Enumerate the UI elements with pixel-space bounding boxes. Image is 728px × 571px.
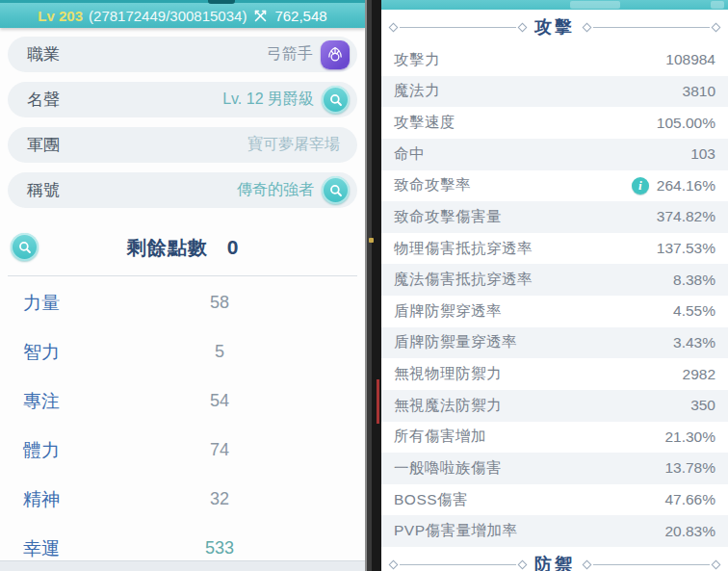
attack-section-title: 攻擊 bbox=[534, 15, 575, 39]
section-header-attack: 攻擊 bbox=[381, 10, 728, 44]
diamond-ornament bbox=[389, 559, 399, 569]
stat-row: 專注 54 bbox=[0, 386, 365, 416]
remaining-points-value: 0 bbox=[227, 236, 239, 259]
stat-value: 74 bbox=[210, 440, 229, 460]
attribute-value: 264.16% bbox=[657, 177, 715, 195]
attribute-value: 350 bbox=[690, 397, 715, 414]
info-row: 軍團 寶可夢屠宰場 bbox=[8, 127, 357, 163]
attribute-right: 21.30% bbox=[664, 428, 715, 446]
top-notch bbox=[208, 0, 235, 4]
attribute-row: 一般嚕啦族傷害 13.78% bbox=[381, 453, 728, 484]
attribute-label: 致命攻擊傷害量 bbox=[394, 207, 502, 227]
attribute-label: 物理傷害抵抗穿透率 bbox=[394, 239, 533, 259]
level-label: Lv 203 bbox=[38, 8, 83, 24]
info-row: 職業 弓箭手 bbox=[8, 37, 357, 72]
attribute-row: 所有傷害增加 21.30% bbox=[381, 422, 728, 454]
class-icon[interactable] bbox=[321, 40, 350, 69]
remaining-points-row: 剩餘點數 0 bbox=[0, 229, 365, 266]
attribute-label: 盾牌防禦量穿透率 bbox=[394, 332, 517, 352]
section-header-defense: 防禦 bbox=[381, 547, 728, 571]
attribute-value: 21.30% bbox=[664, 428, 715, 446]
attribute-right: 4.55% bbox=[673, 302, 715, 320]
gap-artifact-dot bbox=[369, 238, 374, 243]
attribute-right: 103 bbox=[690, 145, 715, 163]
attribute-right: 2982 bbox=[683, 366, 715, 383]
stat-label: 力量 bbox=[23, 291, 60, 316]
info-value: 傳奇的強者 bbox=[237, 180, 314, 200]
points-center: 剩餘點數 0 bbox=[0, 229, 365, 266]
attribute-value: 13.78% bbox=[664, 459, 715, 477]
magnifier-button[interactable] bbox=[322, 86, 350, 114]
magnifier-button[interactable] bbox=[322, 176, 350, 204]
attribute-label: 致命攻擊率 bbox=[394, 175, 471, 195]
stat-value: 54 bbox=[210, 391, 229, 411]
diamond-ornament bbox=[518, 559, 528, 569]
diamond-ornament bbox=[712, 559, 721, 569]
attribute-label: 魔法傷害抵抗穿透率 bbox=[394, 270, 533, 290]
defense-section-title: 防禦 bbox=[534, 553, 575, 571]
attribute-label: 盾牌防禦穿透率 bbox=[394, 301, 502, 322]
attribute-value: 374.82% bbox=[657, 208, 715, 225]
attribute-right: 137.53% bbox=[657, 240, 715, 257]
info-label: 職業 bbox=[27, 43, 60, 65]
character-stats-screen: Lv 203 (278172449/300815034) 762,548 職業 … bbox=[0, 0, 728, 571]
stats-list: 力量 58 智力 5 專注 54 體力 74 精神 32 幸運 533 bbox=[0, 276, 365, 563]
attribute-row: 魔法力 3810 bbox=[381, 76, 728, 108]
character-panel: Lv 203 (278172449/300815034) 762,548 職業 … bbox=[0, 0, 365, 571]
attribute-right: 105.00% bbox=[657, 115, 715, 132]
attribute-label: 一般嚕啦族傷害 bbox=[394, 458, 502, 479]
attribute-row: 攻擊速度 105.00% bbox=[381, 107, 728, 139]
attribute-label: 攻擊力 bbox=[394, 50, 440, 70]
attribute-row: 無視魔法防禦力 350 bbox=[381, 390, 728, 422]
attribute-row: 盾牌防禦穿透率 4.55% bbox=[381, 296, 728, 327]
attribute-list: 攻擊力 108984 魔法力 3810 攻擊速度 105.00% 命中 103 … bbox=[381, 44, 728, 547]
diamond-ornament bbox=[583, 559, 592, 569]
ornament-line bbox=[593, 564, 710, 565]
attribute-label: 無視魔法防禦力 bbox=[394, 396, 502, 416]
stat-value: 58 bbox=[210, 293, 229, 313]
attribute-right: i 264.16% bbox=[632, 177, 715, 195]
diamond-ornament bbox=[389, 22, 399, 32]
info-value: 寶可夢屠宰場 bbox=[247, 135, 350, 155]
ornament-line bbox=[400, 27, 516, 28]
top-bar-remnant bbox=[570, 1, 620, 9]
attribute-value: 47.66% bbox=[664, 491, 715, 508]
stat-label: 幸運 bbox=[23, 536, 60, 561]
stat-label: 智力 bbox=[23, 340, 60, 365]
attribute-label: 魔法力 bbox=[394, 81, 440, 101]
attribute-right: 350 bbox=[690, 397, 715, 414]
attribute-value: 108984 bbox=[665, 51, 715, 68]
attribute-right: 3810 bbox=[683, 83, 715, 100]
attribute-label: PVP傷害量增加率 bbox=[394, 521, 518, 541]
stat-label: 體力 bbox=[23, 438, 60, 463]
attribute-label: 所有傷害增加 bbox=[394, 427, 486, 447]
attribute-right: 20.83% bbox=[664, 523, 715, 540]
attribute-value: 105.00% bbox=[657, 115, 715, 132]
diamond-ornament bbox=[518, 22, 528, 32]
attribute-value: 20.83% bbox=[664, 523, 715, 540]
stat-label: 專注 bbox=[23, 389, 60, 414]
stat-row: 智力 5 bbox=[0, 337, 365, 367]
stat-label: 精神 bbox=[23, 487, 60, 512]
stat-row: 精神 32 bbox=[0, 484, 365, 514]
attribute-row: PVP傷害量增加率 20.83% bbox=[381, 515, 728, 547]
gap-artifact-red bbox=[377, 379, 379, 424]
info-icon[interactable]: i bbox=[632, 177, 649, 195]
attribute-row: BOSS傷害 47.66% bbox=[381, 484, 728, 516]
info-row: 名聲 Lv. 12 男爵級 bbox=[8, 82, 357, 117]
stat-value: 533 bbox=[205, 538, 234, 558]
battle-power-value: 762,548 bbox=[274, 8, 326, 24]
attribute-right: 374.82% bbox=[657, 208, 715, 225]
battle-power-icon bbox=[252, 8, 269, 24]
attribute-row: 致命攻擊率 i 264.16% bbox=[381, 170, 728, 202]
info-label: 軍團 bbox=[27, 134, 60, 156]
footer-strip bbox=[0, 560, 365, 571]
info-value: 弓箭手 bbox=[267, 44, 313, 65]
attribute-value: 3.43% bbox=[673, 334, 715, 351]
stat-value: 32 bbox=[210, 489, 229, 509]
ornament-line bbox=[400, 564, 516, 565]
attribute-value: 137.53% bbox=[657, 240, 715, 257]
attribute-right: 8.38% bbox=[673, 272, 715, 289]
exp-label: (278172449/300815034) bbox=[89, 8, 247, 24]
attribute-row: 物理傷害抵抗穿透率 137.53% bbox=[381, 233, 728, 265]
